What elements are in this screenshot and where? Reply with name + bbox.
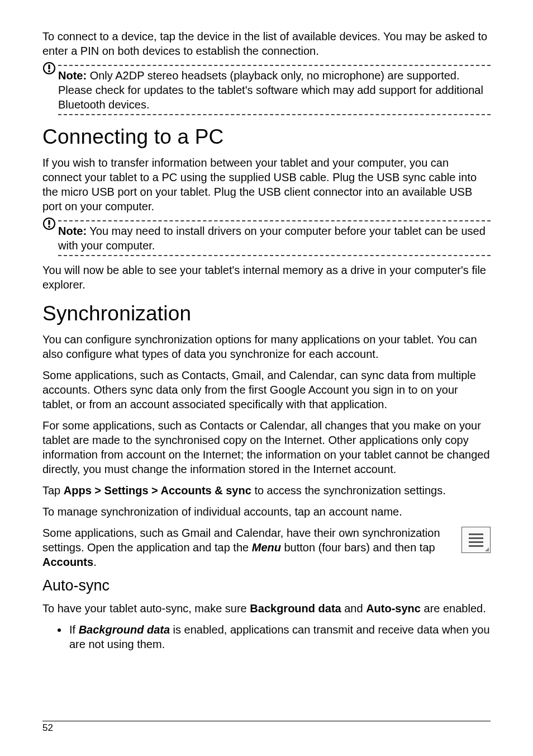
dashed-separator (58, 255, 491, 256)
note-remainder: Only A2DP stereo headsets (playback only… (58, 69, 483, 111)
heading-connecting-to-pc: Connecting to a PC (42, 125, 491, 149)
text-fragment: to access the synchronization settings. (251, 484, 446, 497)
ui-label-background-data: Background data (79, 623, 170, 636)
ui-path: Apps > Settings > Accounts & sync (64, 484, 251, 497)
menu-four-bars-icon (461, 527, 491, 553)
text-fragment: To have your tablet auto-sync, make sure (42, 602, 250, 615)
ui-label-auto-sync: Auto-sync (366, 602, 421, 615)
note-block-2: Note: You may need to install drivers on… (42, 220, 491, 256)
text-fragment: Tap (42, 484, 64, 497)
svg-rect-2 (48, 70, 50, 72)
ui-label-background-data: Background data (250, 602, 341, 615)
note-text-1: Note: Only A2DP stereo headsets (playbac… (58, 68, 491, 112)
dashed-separator (58, 220, 491, 221)
sync-paragraph-1: You can configure synchronization option… (42, 332, 491, 361)
sync-paragraph-6: Some applications, such as Gmail and Cal… (42, 526, 491, 569)
text-fragment: . (93, 556, 97, 568)
note-label: Note: (58, 225, 87, 237)
heading-synchronization: Synchronization (42, 302, 491, 325)
text-fragment: If (69, 623, 79, 636)
connecting-paragraph-2: You will now be able to see your tablet'… (42, 263, 491, 292)
note-label: Note: (58, 69, 87, 82)
sync-paragraph-2: Some applications, such as Contacts, Gma… (42, 368, 491, 412)
sync-paragraph-3: For some applications, such as Contacts … (42, 418, 491, 476)
caution-icon (42, 62, 56, 77)
sync-paragraph-5: To manage synchronization of individual … (42, 504, 491, 519)
text-fragment: are enabled. (421, 602, 486, 615)
note-block-1: Note: Only A2DP stereo headsets (playbac… (42, 65, 491, 115)
text-fragment: button (four bars) and then tap (281, 541, 435, 554)
text-fragment: and (341, 602, 366, 615)
document-page: To connect to a device, tap the device i… (0, 0, 533, 756)
connecting-paragraph-1: If you wish to transfer information betw… (42, 155, 491, 214)
list-item: If Background data is enabled, applicati… (68, 622, 491, 651)
dashed-separator (58, 114, 491, 115)
ui-label-menu: Menu (252, 541, 281, 554)
page-number: 52 (42, 722, 491, 734)
caution-icon (42, 217, 56, 233)
svg-rect-1 (48, 65, 50, 70)
bullet-list: If Background data is enabled, applicati… (68, 622, 491, 651)
svg-rect-4 (48, 220, 50, 225)
footer-rule (42, 721, 491, 721)
resize-corner-icon (485, 547, 489, 551)
dashed-separator (58, 65, 491, 66)
svg-rect-5 (48, 226, 50, 228)
intro-paragraph: To connect to a device, tap the device i… (42, 29, 491, 58)
heading-auto-sync: Auto-sync (42, 577, 491, 594)
ui-label-accounts: Accounts (42, 556, 93, 568)
note-remainder: You may need to install drivers on your … (58, 225, 486, 252)
menu-lines (469, 533, 483, 549)
sync-paragraph-tap: Tap Apps > Settings > Accounts & sync to… (42, 483, 491, 498)
autosync-paragraph-1: To have your tablet auto-sync, make sure… (42, 601, 491, 616)
note-text-2: Note: You may need to install drivers on… (58, 224, 491, 253)
page-footer: 52 (42, 721, 491, 734)
